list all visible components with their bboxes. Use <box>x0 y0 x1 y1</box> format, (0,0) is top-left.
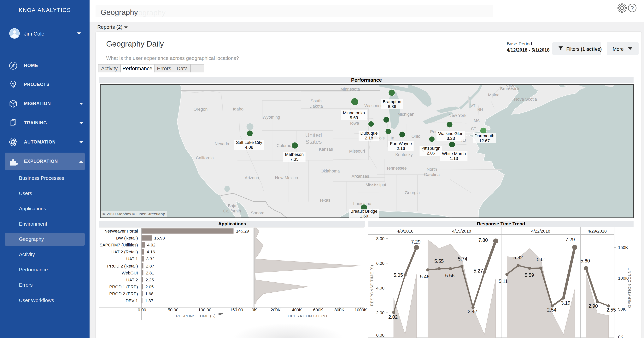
svg-text:150K: 150K <box>618 245 628 250</box>
svg-text:5.61: 5.61 <box>537 257 546 262</box>
svg-text:5.59: 5.59 <box>525 272 534 278</box>
svg-text:Georgia: Georgia <box>405 190 420 195</box>
svg-text:5.05: 5.05 <box>394 272 403 278</box>
svg-text:UAT 2: UAT 2 <box>126 278 138 282</box>
svg-text:5.55: 5.55 <box>434 258 444 264</box>
svg-text:United: United <box>305 132 322 138</box>
svg-text:5.56: 5.56 <box>445 273 455 278</box>
svg-text:2.02: 2.02 <box>388 314 398 320</box>
svg-text:PROD 2 (Retail): PROD 2 (Retail) <box>107 264 138 268</box>
svg-text:Mississippi: Mississippi <box>366 182 386 187</box>
svg-text:50K: 50K <box>618 307 626 312</box>
svg-text:7.80: 7.80 <box>478 237 488 243</box>
svg-text:Wisconsin: Wisconsin <box>364 103 384 108</box>
svg-text:North: North <box>427 167 437 172</box>
svg-text:UAT 1: UAT 1 <box>126 256 138 261</box>
svg-text:400K: 400K <box>292 308 302 312</box>
svg-text:2.87: 2.87 <box>146 264 154 268</box>
svg-text:WebGUI: WebGUI <box>122 271 138 275</box>
svg-text:New Mexico: New Mexico <box>275 175 298 180</box>
svg-text:2.55: 2.55 <box>606 307 616 313</box>
svg-text:Nevada: Nevada <box>215 141 229 146</box>
svg-text:BW (Retail): BW (Retail) <box>116 236 138 240</box>
svg-text:Baja: Baja <box>228 203 236 208</box>
svg-text:5.11: 5.11 <box>499 279 508 284</box>
svg-text:Brunswick: Brunswick <box>500 86 520 91</box>
svg-text:Ohio: Ohio <box>411 134 420 139</box>
svg-text:0K: 0K <box>618 335 623 338</box>
svg-text:CT: CT <box>471 127 476 131</box>
svg-text:Oregon: Oregon <box>194 107 208 112</box>
svg-text:Texas: Texas <box>319 198 330 203</box>
svg-text:4/29/2018: 4/29/2018 <box>588 229 607 233</box>
svg-text:DEV 1: DEV 1 <box>126 298 138 303</box>
svg-text:50.00: 50.00 <box>168 308 178 312</box>
svg-text:Kansas: Kansas <box>319 147 333 152</box>
svg-text:Nova Scotia: Nova Scotia <box>514 97 537 102</box>
svg-text:NH: NH <box>477 108 483 112</box>
svg-text:UAT 2 (Retail): UAT 2 (Retail) <box>112 250 138 254</box>
svg-text:States: States <box>305 139 322 145</box>
svg-text:4.92: 4.92 <box>147 243 156 247</box>
svg-text:0.00: 0.00 <box>138 308 146 312</box>
svg-text:2.81: 2.81 <box>146 271 154 275</box>
svg-text:1.68: 1.68 <box>145 292 154 296</box>
svg-text:Sonora: Sonora <box>251 210 264 215</box>
svg-text:VT: VT <box>470 104 475 108</box>
svg-text:Colorado: Colorado <box>276 143 294 148</box>
svg-text:145.29: 145.29 <box>236 229 249 233</box>
svg-text:SAPCRM7 (Utilities): SAPCRM7 (Utilities) <box>100 243 138 247</box>
svg-text:2.05: 2.05 <box>146 285 154 289</box>
svg-text:4.16: 4.16 <box>147 250 155 254</box>
svg-text:Wyoming: Wyoming <box>262 115 280 120</box>
svg-text:150.00: 150.00 <box>230 308 243 312</box>
svg-text:4/22/2018: 4/22/2018 <box>531 229 550 233</box>
svg-text:South: South <box>310 99 322 103</box>
svg-text:California: California <box>196 156 214 160</box>
svg-text:8.00: 8.00 <box>376 236 384 241</box>
svg-text:RESPONSE TIME (S): RESPONSE TIME (S) <box>370 265 374 306</box>
svg-text:NetWeaver Portal: NetWeaver Portal <box>104 229 138 233</box>
svg-text:5.74: 5.74 <box>458 256 468 262</box>
svg-text:OPERATION COUNT: OPERATION COUNT <box>288 314 328 318</box>
svg-text:200K: 200K <box>270 308 280 312</box>
svg-text:5.82: 5.82 <box>514 255 523 260</box>
svg-text:4/15/2018: 4/15/2018 <box>452 229 471 233</box>
svg-text:600K: 600K <box>313 308 323 312</box>
svg-text:Per: Per <box>430 129 437 134</box>
svg-text:0.00: 0.00 <box>376 333 384 338</box>
svg-text:2.54: 2.54 <box>547 307 556 313</box>
svg-text:Kentucky: Kentucky <box>395 152 413 157</box>
svg-text:New York: New York <box>448 113 466 118</box>
svg-text:OPERATION COUNT: OPERATION COUNT <box>627 268 632 308</box>
svg-text:Dakota: Dakota <box>310 104 323 109</box>
svg-text:Oklahoma: Oklahoma <box>320 169 340 173</box>
svg-text:1.37: 1.37 <box>145 298 153 303</box>
svg-text:4.00: 4.00 <box>376 286 384 291</box>
svg-text:2.90: 2.90 <box>588 303 598 309</box>
svg-text:PROD 1 (ERP): PROD 1 (ERP) <box>109 285 138 289</box>
svg-text:15.93: 15.93 <box>154 236 165 240</box>
svg-text:100.00: 100.00 <box>198 308 211 312</box>
svg-text:Iowa: Iowa <box>350 121 359 126</box>
svg-text:5.60: 5.60 <box>580 258 590 263</box>
svg-text:Idaho: Idaho <box>233 107 244 111</box>
svg-text:Minnesota: Minnesota <box>340 87 360 92</box>
svg-text:0K: 0K <box>252 308 257 312</box>
svg-text:Michigan: Michigan <box>398 112 414 117</box>
svg-text:Arkansas: Arkansas <box>352 174 369 179</box>
svg-text:Maine: Maine <box>488 93 500 97</box>
svg-text:7.29: 7.29 <box>566 237 575 242</box>
svg-text:Missouri: Missouri <box>349 149 365 154</box>
svg-text:6.00: 6.00 <box>376 261 384 266</box>
svg-text:1000K: 1000K <box>354 308 367 312</box>
svg-text:Carolina: Carolina <box>424 172 440 177</box>
svg-text:5.46: 5.46 <box>420 274 430 279</box>
svg-text:Arizona: Arizona <box>245 175 259 180</box>
svg-text:3.32: 3.32 <box>146 256 154 261</box>
svg-text:800K: 800K <box>334 308 344 312</box>
svg-text:Tennessee: Tennessee <box>386 166 407 170</box>
svg-text:California: California <box>223 209 241 213</box>
svg-text:3.19: 3.19 <box>561 300 570 306</box>
svg-text:100K: 100K <box>618 276 628 281</box>
